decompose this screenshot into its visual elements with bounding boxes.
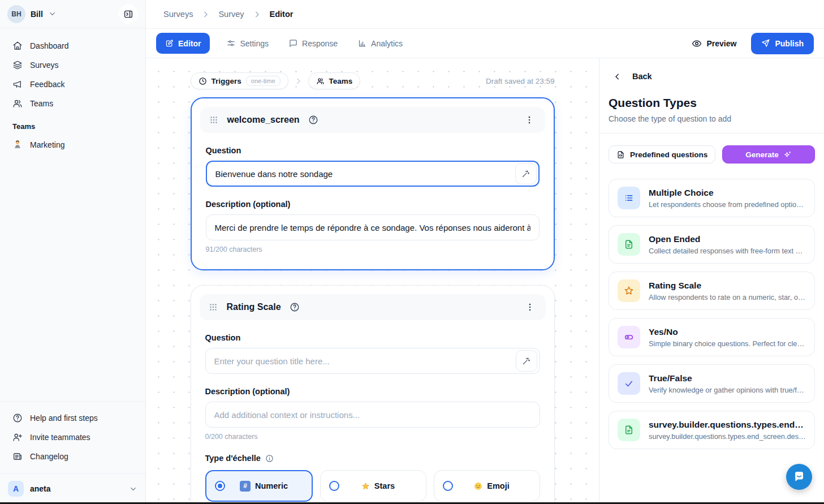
back-button[interactable]: Back — [609, 72, 815, 81]
question-type-description: Allow respondents to rate on a numeric, … — [649, 293, 806, 301]
sidebar-item-teams[interactable]: Teams — [7, 94, 139, 113]
help-circle-icon[interactable] — [290, 302, 300, 312]
breadcrumb-survey[interactable]: Survey — [218, 10, 244, 19]
sidebar-teams-header: Teams — [7, 113, 139, 135]
sidebar-team-marketing[interactable]: Marketing — [7, 135, 139, 154]
question-types-panel: Back Question Types Choose the type of q… — [599, 58, 824, 504]
teams-chip[interactable]: Teams — [308, 72, 361, 89]
sparkles-icon — [783, 150, 792, 159]
sidebar-item-label: Changelog — [30, 452, 68, 461]
sidebar-item-label: Feedback — [30, 80, 64, 89]
info-icon[interactable] — [265, 454, 274, 463]
sidebar-item-changelog[interactable]: Changelog — [7, 447, 139, 466]
collapse-sidebar-button[interactable] — [119, 5, 138, 24]
newspaper-icon — [12, 451, 23, 462]
card-menu-button[interactable] — [522, 113, 537, 127]
scale-type-options: # Numeric Stars — [205, 470, 540, 502]
help-circle-icon[interactable] — [308, 115, 318, 125]
triggers-frequency-badge: one-time — [246, 76, 281, 86]
predefined-questions-label: Predefined questions — [630, 150, 707, 159]
scale-option-emoji[interactable]: Emoji — [434, 470, 540, 502]
breadcrumb-surveys[interactable]: Surveys — [163, 10, 193, 19]
question-type-name: True/False — [649, 373, 806, 384]
triggers-chip-label: Triggers — [212, 77, 241, 85]
question-title-input[interactable] — [206, 161, 540, 187]
sidebar-item-dashboard[interactable]: Dashboard — [7, 36, 139, 55]
question-type-name: Rating Scale — [649, 281, 806, 291]
question-card-title: welcome_screen — [227, 115, 300, 125]
question-type-end-screen[interactable]: survey.builder.questions.types.end_scr..… — [609, 411, 815, 449]
question-type-true-false[interactable]: True/False Verify knowledge or gather op… — [609, 364, 815, 403]
scale-type-label-text: Type d'échelle — [205, 454, 261, 463]
scale-option-stars[interactable]: Stars — [320, 470, 426, 502]
question-type-yes-no[interactable]: Yes/No Simple binary choice questions. P… — [609, 318, 815, 356]
question-card-welcome-screen[interactable]: welcome_screen Question — [191, 97, 555, 270]
predefined-questions-button[interactable]: Predefined questions — [609, 145, 715, 163]
kebab-icon — [525, 302, 535, 312]
breadcrumb: Surveys Survey Editor — [146, 0, 824, 29]
magic-wand-icon — [522, 357, 530, 365]
draft-status: Draft saved at 23:59 — [486, 77, 555, 85]
editor-toolbar: Editor Settings Response Analytics — [146, 29, 824, 58]
pencil-square-icon — [165, 39, 174, 48]
numeric-keycap-icon: # — [240, 481, 251, 492]
help-circle-icon — [12, 413, 23, 423]
chat-bubble-icon — [792, 470, 806, 484]
sidebar-nav: Dashboard Surveys Feedback Teams Teams — [0, 28, 145, 154]
sidebar-item-invite[interactable]: Invite teammates — [7, 428, 139, 447]
question-card-rating-scale[interactable]: Rating Scale Question — [191, 285, 555, 504]
publish-button[interactable]: Publish — [751, 33, 814, 54]
sidebar-footer-nav: Help and first steps Invite teammates Ch… — [0, 401, 145, 473]
drag-handle-icon[interactable] — [208, 302, 218, 312]
panel-title: Question Types — [609, 96, 815, 110]
tab-settings[interactable]: Settings — [223, 38, 272, 49]
tab-label: Analytics — [371, 39, 403, 48]
ai-rewrite-button[interactable] — [516, 350, 537, 372]
question-type-multiple-choice[interactable]: Multiple Choice Let respondents choose f… — [609, 179, 815, 217]
chevron-right-icon — [294, 77, 303, 85]
breadcrumb-editor: Editor — [270, 10, 294, 19]
question-type-rating-scale[interactable]: Rating Scale Allow respondents to rate o… — [609, 272, 815, 310]
megaphone-icon — [12, 79, 23, 89]
question-type-description: Let respondents choose from predefined o… — [649, 200, 806, 209]
tab-analytics[interactable]: Analytics — [355, 38, 406, 49]
description-input[interactable] — [205, 402, 540, 428]
question-type-open-ended[interactable]: Open Ended Collect detailed responses wi… — [609, 225, 815, 264]
bar-chart-icon — [358, 39, 366, 48]
sidebar-item-label: Help and first steps — [30, 413, 98, 423]
sidebar-item-feedback[interactable]: Feedback — [7, 75, 139, 94]
description-input[interactable] — [206, 214, 540, 240]
list-icon — [618, 187, 640, 209]
workspace-switcher[interactable]: BH Bill — [0, 0, 145, 28]
survey-canvas[interactable]: Triggers one-time Teams Draft saved at 2… — [146, 58, 599, 504]
generate-button[interactable]: Generate — [722, 145, 815, 163]
sidebar-item-surveys[interactable]: Surveys — [7, 55, 139, 75]
tab-response[interactable]: Response — [286, 38, 341, 49]
clock-icon — [199, 77, 207, 85]
tab-label: Editor — [178, 39, 201, 48]
chat-widget-button[interactable] — [786, 464, 812, 490]
question-type-description: Simple binary choice questions. Perfect … — [649, 339, 806, 348]
card-menu-button[interactable] — [523, 300, 537, 315]
question-type-description: Verify knowledge or gather opinions with… — [649, 386, 806, 394]
question-type-list: Multiple Choice Let respondents choose f… — [609, 179, 815, 449]
question-type-name: Yes/No — [649, 327, 806, 337]
account-switcher[interactable]: A aneta — [0, 473, 145, 504]
triggers-chip[interactable]: Triggers one-time — [191, 72, 288, 89]
description-label: Description (optional) — [206, 200, 540, 209]
sidebar-item-label: Marketing — [30, 140, 64, 149]
sidebar-item-help[interactable]: Help and first steps — [7, 408, 139, 428]
document-icon — [618, 233, 640, 256]
users-icon — [316, 77, 325, 85]
radio-unselected-icon — [329, 481, 339, 491]
ai-rewrite-button[interactable] — [515, 163, 537, 184]
tab-editor[interactable]: Editor — [156, 33, 210, 54]
workspace-avatar: BH — [7, 5, 25, 23]
question-title-input[interactable] — [205, 348, 540, 374]
layers-icon — [12, 60, 23, 70]
drag-handle-icon[interactable] — [209, 115, 219, 125]
sidebar-item-label: Surveys — [30, 61, 59, 70]
chevron-down-icon — [129, 485, 137, 493]
preview-button[interactable]: Preview — [688, 38, 740, 49]
scale-option-numeric[interactable]: # Numeric — [205, 470, 313, 502]
